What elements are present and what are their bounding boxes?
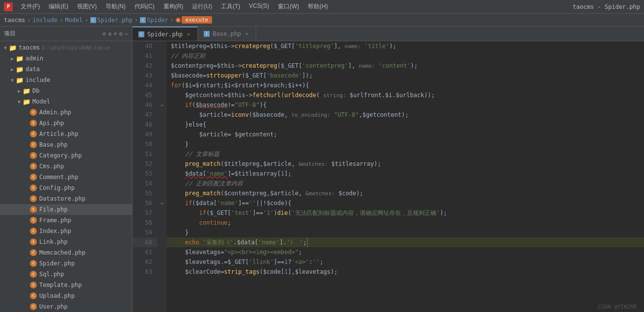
menu-view[interactable]: 视图(V) [73,1,101,12]
tree-item-admin[interactable]: ▶ 📁 admin [0,53,132,64]
gutter-42 [157,61,167,71]
menu-nav[interactable]: 导航(N) [102,1,130,12]
tab-spider-icon: C [138,31,144,37]
tab-spider-php[interactable]: C Spider.php ✕ [133,26,198,41]
code-line-56: if($data['name']==''||!$code){ [167,198,644,208]
menu-file[interactable]: 文件(F) [17,1,44,12]
tree-item-category-php[interactable]: C Category.php [0,150,132,161]
titlebar: P 文件(F) 编辑(E) 视图(V) 导航(N) 代码(C) 重构(R) 运行… [0,0,644,14]
folder-icon-db: 📁 [23,87,30,94]
tree-item-taocms[interactable]: ▼ 📁 taocms D:\phpStudy\WWW\taocm [0,42,132,53]
settings-icon[interactable]: ⚙ [119,30,123,37]
editor-tabs: C Spider.php ✕ C Base.php ✕ [133,26,644,41]
tree-label-cms-php: Cms.php [39,163,64,170]
php-icon-frame: C [29,217,37,224]
tree-item-memcached-php[interactable]: C Memcached.php [0,247,132,258]
menu-tools[interactable]: 工具(T) [217,1,244,12]
collapse-icon[interactable]: ≡ [108,30,111,37]
gutter: ⏎ ⏎ [157,41,167,312]
folder-icon-include: 📁 [16,77,24,83]
tab-base-php[interactable]: C Base.php ✕ [198,26,256,41]
tree-item-model[interactable]: ▼ 📁 Model [0,96,132,107]
ln-55: 55 [133,188,157,198]
gutter-48 [157,120,167,130]
breadcrumb-execute[interactable]: execute [182,16,212,24]
menu-vcs[interactable]: VCS(S) [245,1,273,12]
breadcrumb-spider-php[interactable]: Spider.php [97,17,133,24]
menu-window[interactable]: 窗口(W) [274,1,303,12]
sync-icon[interactable]: ⊙ [103,30,106,37]
tree-arrow-data: ▶ [9,67,16,72]
menu-code[interactable]: 代码(C) [131,1,159,12]
tree-item-frame-php[interactable]: C Frame.php [0,215,132,226]
tree-item-link-php[interactable]: C Link.php [0,236,132,247]
tree-item-base-php[interactable]: C Base.php [0,139,132,150]
code-line-46: if($basecode!="UTF-8"){ [167,100,644,110]
ln-45: 45 [133,90,157,100]
tree-label-taocms: taocms [19,44,40,51]
tree-item-db[interactable]: ▶ 📁 Db [0,85,132,96]
tree-item-sql-php[interactable]: C Sql.php [0,269,132,280]
tree-label-index-php: Index.php [39,228,71,234]
breadcrumb-model[interactable]: Model [65,17,82,24]
menu-help[interactable]: 帮助(H) [304,1,332,12]
ln-60: 60 [133,237,157,247]
tree-item-data[interactable]: ▶ 📁 data [0,64,132,75]
menu-run[interactable]: 运行(U) [188,1,216,12]
tree-item-api-php[interactable]: C Api.php [0,118,132,129]
expand-icon[interactable]: ≐ [113,30,117,37]
ln-57: 57 [133,208,157,218]
code-content[interactable]: $titlepreg=$this->createpreg($_GET['titl… [167,41,644,312]
code-line-58: continue; [167,218,644,228]
breadcrumb-taocms[interactable]: taocms [4,17,25,24]
tab-base-icon: C [204,31,210,37]
tree-item-index-php[interactable]: C Index.php [0,226,132,236]
close-sidebar-icon[interactable]: — [125,30,128,37]
tree-item-cms-php[interactable]: C Cms.php [0,161,132,172]
breadcrumb-include[interactable]: include [33,17,58,24]
tree-item-datastore-php[interactable]: C Datastore.php [0,193,132,204]
tree-label-memcached-php: Memcached.php [39,249,85,256]
gutter-57 [157,208,167,218]
tree-item-user-php[interactable]: C User.php [0,301,132,312]
main-layout: 项目 ⊙ ≡ ≐ ⚙ — ▼ 📁 taocms D:\phpStudy\WWW\… [0,26,644,312]
folder-icon-admin: 📁 [16,55,24,62]
ln-40: 40 [133,41,157,51]
gutter-43 [157,71,167,80]
code-line-59: } [167,228,644,237]
tree-label-admin-php: Admin.php [39,109,71,116]
folder-icon-taocms: 📁 [9,44,17,51]
tree-item-config-php[interactable]: C Config.php [0,182,132,193]
menu-refactor[interactable]: 重构(R) [160,1,188,12]
ln-46: 46 [133,100,157,110]
menu-edit[interactable]: 编辑(E) [45,1,72,12]
tree-item-spider-php[interactable]: C Spider.php [0,258,132,269]
php-icon-sql: C [29,271,37,278]
tree-item-upload-php[interactable]: C Upload.php [0,290,132,301]
ln-44: 44 [133,80,157,90]
tab-spider-close[interactable]: ✕ [186,31,191,37]
tree-item-file-php[interactable]: C File.php [0,204,132,215]
code-line-50: } [167,139,644,149]
breadcrumb-spider-class[interactable]: Spider [147,17,168,24]
tree-item-comment-php[interactable]: C Comment.php [0,172,132,182]
code-line-48: }else{ [167,120,644,130]
tree-label-admin: admin [26,55,43,62]
ln-59: 59 [133,228,157,237]
ln-43: 43 [133,71,157,80]
tree-label-template-php: Template.php [39,282,82,288]
ln-42: 42 [133,61,157,71]
gutter-50 [157,139,167,149]
gutter-45 [157,90,167,100]
ln-52: 52 [133,159,157,169]
gutter-59 [157,228,167,237]
tree-item-include[interactable]: ▼ 📁 include [0,75,132,85]
ln-56: 56 [133,198,157,208]
tree-item-admin-php[interactable]: C Admin.php [0,107,132,118]
tree-item-template-php[interactable]: C Template.php [0,280,132,290]
tab-base-close[interactable]: ✕ [244,30,250,37]
sidebar-toolbar-icons: ⊙ ≡ ≐ ⚙ — [103,30,128,37]
tree-label-sql-php: Sql.php [39,271,64,278]
tree-arrow-model: ▼ [16,99,23,104]
tree-item-article-php[interactable]: C Article.php [0,129,132,139]
